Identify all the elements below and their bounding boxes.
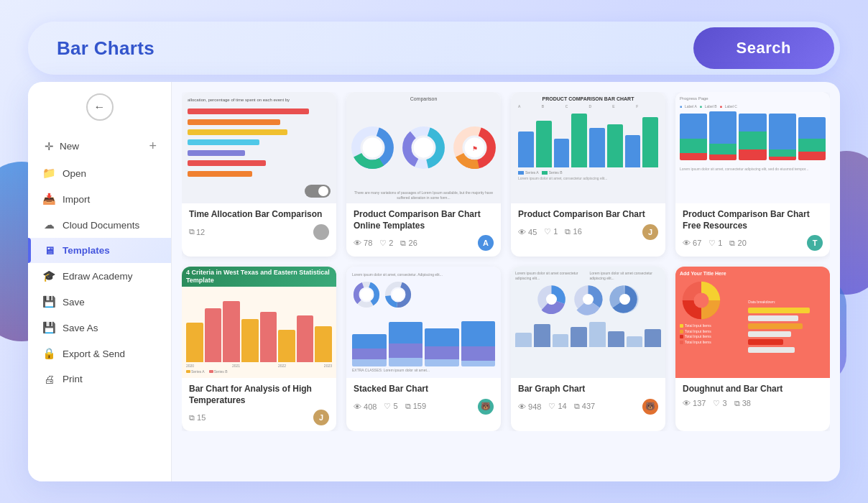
avatar-5: J <box>313 410 329 425</box>
sidebar-item-save[interactable]: 💾 Save <box>28 289 171 315</box>
sidebar-item-export[interactable]: 🔒 Export & Send <box>28 341 171 366</box>
main-body: ← ✛ New + 📁 Open 📥 Import ☁ Cloud Docum <box>28 82 840 481</box>
card-info-8: Doughnut and Bar Chart 👁 137 ♡ 3 ⧉ 38 <box>675 378 830 414</box>
copy-icon-1: ⧉ <box>189 227 195 236</box>
views-7: 👁 948 <box>518 402 541 411</box>
card-info-5: Bar Chart for Analysis of High Temperatu… <box>182 378 336 431</box>
card-thumb-6: Lorem ipsum dolor sit amet, consectetur.… <box>346 267 501 378</box>
copies-5: ⧉ 15 <box>189 413 206 423</box>
card-product-comparison-free[interactable]: Progress Page ■Label A ■Label B ■Label C <box>675 92 830 257</box>
views-2: 👁 78 <box>354 239 372 247</box>
card-product-comparison-bar[interactable]: PRODUCT COMPARISON BAR CHART ABCDEF <box>511 92 665 257</box>
copies-6: ⧉ 159 <box>405 402 426 411</box>
card-time-allocation[interactable]: allocation, percentage of time spent on … <box>182 92 336 257</box>
card-thumb-3: PRODUCT COMPARISON BAR CHART ABCDEF <box>511 92 665 203</box>
avatar-1 <box>313 224 329 240</box>
card-title-8: Doughnut and Bar Chart <box>683 384 823 395</box>
card-title-3: Product Comparison Bar Chart <box>518 209 658 221</box>
sidebar-item-import[interactable]: 📥 Import <box>28 186 171 212</box>
sidebar-item-cloud[interactable]: ☁ Cloud Documents <box>28 212 171 238</box>
sidebar-item-new-label: New <box>60 141 79 152</box>
card-title-2: Product Comparison Bar Chart Online Temp… <box>354 209 494 231</box>
sidebar-item-academy[interactable]: 🎓 Edraw Academy <box>28 263 171 289</box>
svg-point-26 <box>619 294 630 305</box>
sidebar-item-print[interactable]: 🖨 Print <box>28 366 171 392</box>
card-stats-6: 👁 408 ♡ 5 ⧉ 159 🐻 <box>354 399 494 415</box>
svg-point-24 <box>583 294 594 305</box>
card-bar-graph[interactable]: Lorem ipsum dolor sit amet consectetur a… <box>511 267 665 431</box>
card-stats-7: 👁 948 ♡ 14 ⧉ 437 🐻 <box>518 399 658 415</box>
svg-point-7 <box>414 138 434 158</box>
card-title-7: Bar Graph Chart <box>518 384 658 395</box>
likes-4: ♡ 1 <box>708 239 722 248</box>
svg-point-28 <box>694 293 709 308</box>
svg-point-20 <box>392 288 404 300</box>
sidebar: ← ✛ New + 📁 Open 📥 Import ☁ Cloud Docum <box>28 82 172 481</box>
print-icon: 🖨 <box>42 373 55 385</box>
avatar-6: 🐻 <box>478 399 494 415</box>
views-8: 👁 137 <box>683 399 706 407</box>
views-6: 👁 408 <box>354 402 377 411</box>
card-info-1: Time Allocation Bar Comparison ⧉ 12 <box>182 203 336 246</box>
svg-point-3 <box>363 138 383 158</box>
green-banner: 4 Criteria in West Texas and Eastern Sta… <box>182 267 336 287</box>
copies-4: ⧉ 20 <box>729 239 746 248</box>
svg-point-16 <box>360 288 372 300</box>
card-title-1: Time Allocation Bar Comparison <box>189 209 329 221</box>
sidebar-item-export-label: Export & Send <box>63 349 125 359</box>
content-area: allocation, percentage of time spent on … <box>172 82 840 481</box>
likes-7: ♡ 14 <box>548 402 566 411</box>
templates-icon: 🖥 <box>42 244 55 257</box>
likes-6: ♡ 5 <box>384 402 397 411</box>
card-title-5: Bar Chart for Analysis of High Temperatu… <box>189 384 329 406</box>
views-4: 👁 67 <box>683 239 701 247</box>
card-thumb-5: 4 Criteria in West Texas and Eastern Sta… <box>182 267 336 378</box>
export-icon: 🔒 <box>42 347 55 360</box>
card-info-2: Product Comparison Bar Chart Online Temp… <box>346 203 501 257</box>
cloud-icon: ☁ <box>42 218 55 231</box>
sidebar-new-row: ✛ New + <box>28 132 171 160</box>
svg-point-22 <box>546 294 557 305</box>
avatar-4: T <box>807 235 823 251</box>
card-stats-2: 👁 78 ♡ 2 ⧉ 26 A <box>354 235 494 251</box>
card-thumb-2: Comparison <box>346 92 501 203</box>
card-info-4: Product Comparison Bar Chart Free Resour… <box>675 203 830 257</box>
card-product-comparison-donut[interactable]: Comparison <box>346 92 501 257</box>
sidebar-item-saveas-label: Save As <box>63 323 98 333</box>
card-title-4: Product Comparison Bar Chart Free Resour… <box>683 209 823 231</box>
search-button[interactable]: Search <box>693 27 834 69</box>
sidebar-item-saveas[interactable]: 💾 Save As <box>28 315 171 341</box>
card-stacked-bar[interactable]: Lorem ipsum dolor sit amet, consectetur.… <box>346 267 501 431</box>
copies-3: ⧉ 16 <box>565 227 581 236</box>
plus-icon[interactable]: + <box>149 139 157 154</box>
sidebar-item-save-label: Save <box>63 297 85 308</box>
copies-8: ⧉ 38 <box>734 399 751 408</box>
card-info-6: Stacked Bar Chart 👁 408 ♡ 5 ⧉ 159 🐻 <box>346 378 501 420</box>
card-info-7: Bar Graph Chart 👁 948 ♡ 14 ⧉ 437 🐻 <box>511 378 665 420</box>
card-title-6: Stacked Bar Chart <box>354 384 494 395</box>
card-doughnut-bar[interactable]: Add Your Title Here <box>675 267 830 431</box>
top-bar: Bar Charts Search <box>28 22 840 75</box>
svg-text:⚑: ⚑ <box>472 145 478 152</box>
save-icon: 💾 <box>42 295 55 308</box>
sidebar-item-templates[interactable]: 🖥 Templates <box>28 238 171 263</box>
back-button[interactable]: ← <box>86 93 114 121</box>
sidebar-item-templates-label: Templates <box>63 245 110 256</box>
copies-2: ⧉ 26 <box>400 239 417 248</box>
copy-count-1: ⧉ 12 <box>189 227 205 236</box>
import-icon: 📥 <box>42 193 55 206</box>
donut-3: ⚑ <box>451 124 498 171</box>
card-thumb-1: allocation, percentage of time spent on … <box>182 92 336 203</box>
sidebar-item-open[interactable]: 📁 Open <box>28 160 171 186</box>
sidebar-item-academy-label: Edraw Academy <box>63 271 133 282</box>
saveas-icon: 💾 <box>42 321 55 334</box>
sidebar-item-import-label: Import <box>63 194 90 205</box>
card-stats-3: 👁 45 ♡ 1 ⧉ 16 J <box>518 224 658 240</box>
sidebar-item-new[interactable]: ✛ New <box>42 140 79 153</box>
views-3: 👁 45 <box>518 228 537 236</box>
card-analysis-temperatures[interactable]: 4 Criteria in West Texas and Eastern Sta… <box>182 267 336 431</box>
cards-grid: allocation, percentage of time spent on … <box>182 92 830 431</box>
donut-2 <box>400 124 447 171</box>
likes-3: ♡ 1 <box>544 227 558 236</box>
open-icon: 📁 <box>42 167 55 180</box>
